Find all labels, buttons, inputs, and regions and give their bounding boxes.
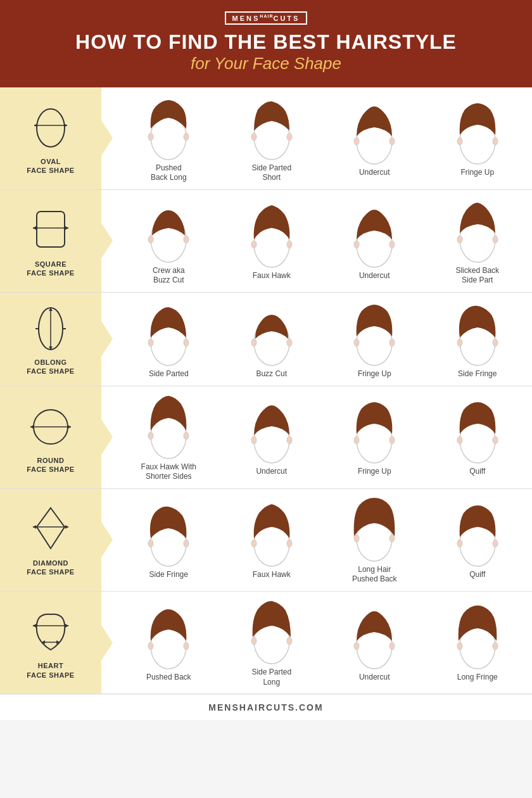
hairstyles-container-round: Faux Hawk WithShorter SidesUndercutFring… (101, 386, 532, 488)
svg-point-0 (37, 109, 65, 147)
svg-point-52 (457, 339, 462, 346)
hairstyle-svg-round-2 (343, 397, 406, 467)
hairstyle-item-heart-0[interactable]: Pushed Back (123, 603, 215, 683)
hairstyle-item-oblong-0[interactable]: Side Parted (123, 300, 215, 379)
svg-point-44 (184, 339, 189, 346)
hairstyle-item-square-3[interactable]: Slicked BackSide Part (431, 196, 523, 286)
hairstyle-svg-heart-3 (446, 603, 509, 673)
svg-marker-4 (34, 124, 37, 127)
hairstyle-svg-oblong-3 (446, 300, 509, 369)
hairstyle-item-round-0[interactable]: Faux Hawk WithShorter Sides (123, 393, 215, 482)
face-shape-label-round: ROUNDFACE SHAPE (27, 456, 74, 474)
hairstyle-item-diamond-3[interactable]: Quiff (431, 500, 523, 580)
hairstyle-item-square-1[interactable]: Faux Hawk (225, 201, 317, 281)
svg-point-102 (251, 637, 256, 645)
svg-point-32 (390, 241, 395, 248)
svg-point-11 (287, 133, 292, 141)
svg-point-28 (251, 241, 256, 248)
svg-marker-93 (33, 624, 36, 628)
hairstyle-item-oblong-1[interactable]: Buzz Cut (225, 300, 317, 379)
face-row-round: ROUNDFACE SHAPEFaux Hawk WithShorter Sid… (0, 386, 532, 489)
face-label-round: ROUNDFACE SHAPE (0, 386, 101, 488)
face-row-heart: HEARTFACE SHAPEPushed BackSide PartedLon… (0, 592, 532, 694)
svg-marker-5 (64, 124, 67, 127)
hairstyle-name-square-1: Faux Hawk (253, 271, 291, 281)
hairstyles-container-heart: Pushed BackSide PartedLongUndercutLong F… (101, 592, 532, 694)
face-shape-label-oblong: OBLONGFACE SHAPE (27, 358, 74, 376)
hairstyle-item-heart-2[interactable]: Undercut (329, 603, 421, 683)
footer: MENSHAIRCUTS.COM (0, 694, 532, 720)
hairstyle-item-round-2[interactable]: Fringe Up (329, 397, 421, 477)
hairstyle-svg-heart-0 (137, 603, 200, 673)
svg-point-79 (148, 540, 153, 547)
svg-point-89 (493, 540, 498, 547)
hairstyle-svg-square-0 (137, 196, 200, 266)
hairstyle-item-square-2[interactable]: Undercut (329, 201, 421, 281)
svg-point-83 (287, 540, 292, 547)
hairstyle-name-oblong-0: Side Parted (149, 369, 189, 379)
svg-point-105 (354, 642, 359, 650)
svg-point-53 (493, 339, 498, 346)
svg-marker-77 (65, 525, 68, 529)
face-shape-label-heart: HEARTFACE SHAPE (27, 661, 74, 680)
hairstyle-item-oval-2[interactable]: Undercut (329, 98, 421, 178)
svg-point-106 (390, 642, 395, 650)
hairstyle-svg-diamond-1 (240, 500, 303, 570)
svg-point-7 (148, 133, 153, 141)
hairstyle-item-oblong-3[interactable]: Side Fringe (431, 300, 523, 379)
hairstyle-name-oval-1: Side PartedShort (251, 163, 291, 183)
hairstyle-name-diamond-0: Side Fringe (149, 570, 188, 580)
page-wrapper: MENSHAIRCUTS HOW TO FIND THE BEST HAIRST… (0, 0, 532, 720)
face-row-diamond: DIAMONDFACE SHAPESide FringeFaux HawkLon… (0, 489, 532, 592)
hairstyle-svg-oblong-2 (343, 300, 406, 369)
hairstyle-name-heart-2: Undercut (359, 673, 390, 683)
hairstyle-svg-oval-1 (240, 94, 303, 163)
hairstyle-name-round-2: Fringe Up (358, 467, 391, 477)
hairstyle-svg-round-3 (446, 397, 509, 467)
hairstyle-item-diamond-0[interactable]: Side Fringe (123, 500, 215, 580)
hairstyle-item-oblong-2[interactable]: Fringe Up (329, 300, 421, 379)
face-shape-diagram-oblong (25, 302, 76, 353)
brand-badge: MENSHAIRCUTS (225, 11, 308, 25)
hairstyle-name-heart-0: Pushed Back (146, 673, 191, 683)
svg-point-65 (287, 436, 292, 444)
hairstyle-item-square-0[interactable]: Crew akaBuzz Cut (123, 196, 215, 286)
hairstyle-item-diamond-1[interactable]: Faux Hawk (225, 500, 317, 580)
grid-area: OVALFACE SHAPEPushedBack LongSide Parted… (0, 87, 532, 695)
hairstyle-name-oval-2: Undercut (359, 168, 390, 178)
hairstyle-item-heart-3[interactable]: Long Fringe (431, 603, 523, 683)
svg-point-47 (287, 339, 292, 346)
face-label-diamond: DIAMONDFACE SHAPE (0, 489, 101, 591)
hairstyle-item-oval-1[interactable]: Side PartedShort (225, 94, 317, 183)
svg-point-29 (287, 241, 292, 248)
face-label-heart: HEARTFACE SHAPE (0, 592, 101, 694)
hairstyle-name-diamond-1: Faux Hawk (253, 570, 291, 580)
hairstyle-item-heart-1[interactable]: Side PartedLong (225, 598, 317, 687)
hairstyle-svg-oval-3 (446, 98, 509, 168)
face-label-square: SQUAREFACE SHAPE (0, 190, 101, 292)
face-row-oblong: OBLONGFACE SHAPESide PartedBuzz CutFring… (0, 293, 532, 386)
svg-point-109 (493, 642, 498, 650)
hairstyle-item-diamond-2[interactable]: Long HairPushed Back (329, 495, 421, 585)
svg-point-103 (287, 637, 292, 645)
hairstyle-item-round-1[interactable]: Undercut (225, 397, 317, 477)
hairstyle-name-square-0: Crew akaBuzz Cut (153, 266, 185, 286)
face-shape-diagram-square (25, 204, 76, 255)
face-shape-diagram-heart (25, 605, 76, 656)
face-shape-label-square: SQUAREFACE SHAPE (27, 260, 74, 278)
svg-point-64 (251, 436, 256, 444)
hairstyle-svg-oval-0 (137, 94, 200, 163)
svg-point-13 (354, 137, 359, 145)
hairstyle-name-oblong-3: Side Fringe (458, 369, 497, 379)
hairstyle-item-oval-3[interactable]: Fringe Up (431, 98, 523, 178)
hairstyle-item-round-3[interactable]: Quiff (431, 397, 523, 477)
hairstyle-svg-diamond-2 (343, 495, 406, 565)
hairstyle-item-oval-0[interactable]: PushedBack Long (123, 94, 215, 183)
svg-rect-18 (37, 212, 65, 247)
svg-marker-23 (65, 226, 68, 230)
hairstyle-svg-diamond-3 (446, 500, 509, 570)
hairstyle-svg-oval-2 (343, 98, 406, 168)
svg-marker-22 (33, 226, 36, 230)
hairstyles-container-diamond: Side FringeFaux HawkLong HairPushed Back… (101, 489, 532, 591)
face-shape-diagram-round (25, 400, 76, 451)
